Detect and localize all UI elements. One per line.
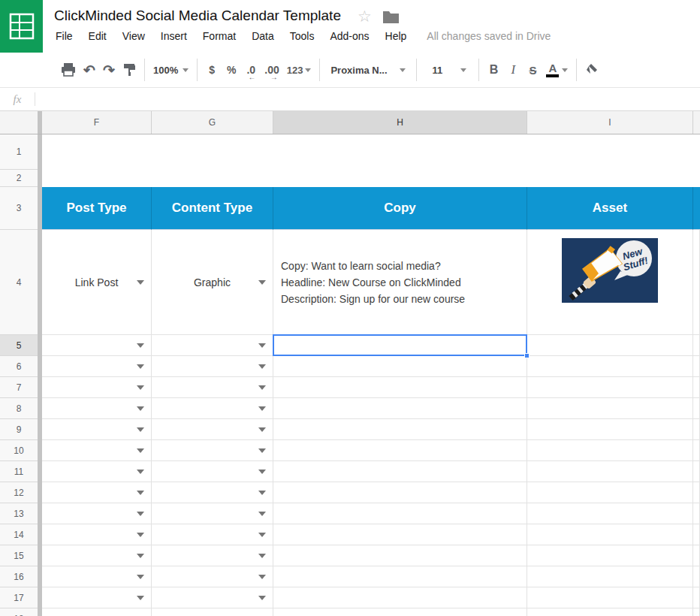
cell-post-type[interactable] — [42, 524, 152, 545]
cell-post-type[interactable] — [42, 587, 152, 608]
cell-overflow[interactable] — [693, 545, 700, 566]
cell-asset[interactable]: New Stuff! — [527, 230, 693, 335]
cell-content-type[interactable] — [152, 482, 273, 503]
cell-content-type[interactable] — [152, 335, 273, 356]
font-size-select[interactable]: 11 — [421, 57, 474, 83]
cell[interactable] — [527, 170, 693, 187]
cell-content-type[interactable] — [152, 503, 273, 524]
cell-overflow[interactable] — [693, 524, 700, 545]
dropdown-arrow-icon[interactable] — [258, 470, 266, 474]
decrease-decimal-button[interactable]: .0← — [241, 57, 261, 83]
cell-copy[interactable] — [273, 419, 527, 440]
cell-asset[interactable] — [527, 545, 693, 566]
cell-copy[interactable] — [273, 545, 527, 566]
row-header[interactable]: 5 — [0, 335, 38, 356]
select-all-corner[interactable] — [0, 111, 38, 134]
dropdown-arrow-icon[interactable] — [137, 575, 144, 579]
column-header-h[interactable]: H — [273, 111, 527, 134]
cell-asset[interactable] — [527, 335, 693, 356]
cell-overflow[interactable] — [693, 608, 700, 616]
row-header[interactable]: 15 — [0, 545, 38, 566]
cell-content-type[interactable] — [152, 356, 273, 377]
cell-overflow[interactable] — [693, 587, 700, 608]
cell-copy[interactable] — [273, 461, 527, 482]
cell-overflow[interactable] — [693, 503, 700, 524]
cell-asset[interactable] — [527, 608, 693, 616]
document-title[interactable]: ClickMinded Social Media Calendar Templa… — [54, 8, 341, 24]
row-header[interactable]: 4 — [0, 230, 38, 335]
header-cell-post-type[interactable]: Post Type — [42, 187, 152, 230]
cell-asset[interactable] — [527, 356, 693, 377]
dropdown-arrow-icon[interactable] — [258, 427, 266, 432]
menu-format[interactable]: Format — [203, 30, 236, 42]
row-header[interactable]: 14 — [0, 524, 38, 545]
cell-asset[interactable] — [527, 461, 693, 482]
header-cell-overflow[interactable] — [693, 187, 700, 230]
row-header[interactable]: 7 — [0, 377, 38, 398]
row-header[interactable]: 17 — [0, 587, 38, 608]
cell-post-type[interactable] — [42, 398, 152, 419]
folder-icon[interactable] — [382, 9, 400, 23]
cell-content-type[interactable] — [152, 545, 273, 566]
row-header[interactable]: 3 — [0, 187, 38, 230]
menu-tools[interactable]: Tools — [290, 30, 315, 42]
dropdown-arrow-icon[interactable] — [137, 280, 144, 285]
cell-asset[interactable] — [527, 566, 693, 587]
formula-input[interactable] — [35, 88, 700, 110]
menu-file[interactable]: File — [56, 30, 73, 42]
row-header[interactable]: 12 — [0, 482, 38, 503]
dropdown-arrow-icon[interactable] — [137, 533, 144, 537]
cell-content-type[interactable] — [152, 461, 273, 482]
redo-button[interactable]: ↷ — [99, 57, 119, 83]
dropdown-arrow-icon[interactable] — [258, 364, 266, 369]
bold-button[interactable]: B — [484, 57, 503, 83]
header-cell-asset[interactable]: Asset — [527, 187, 693, 230]
more-formats-button[interactable]: 123 — [283, 57, 315, 83]
cell-content-type[interactable] — [152, 440, 273, 461]
cell-post-type[interactable] — [42, 461, 152, 482]
cell-overflow[interactable] — [693, 398, 700, 419]
cell-overflow[interactable] — [693, 419, 700, 440]
cell-content-type[interactable]: Graphic — [152, 230, 273, 335]
cell-content-type[interactable] — [152, 608, 273, 616]
dropdown-arrow-icon[interactable] — [258, 575, 266, 579]
cell-copy[interactable] — [273, 503, 527, 524]
cell-copy[interactable] — [273, 608, 527, 616]
cell-copy[interactable] — [273, 335, 527, 356]
header-cell-copy[interactable]: Copy — [273, 187, 527, 230]
column-header-i[interactable]: I — [527, 111, 693, 134]
cell[interactable] — [152, 170, 273, 187]
row-header[interactable]: 1 — [0, 134, 38, 170]
cell-asset[interactable] — [527, 440, 693, 461]
column-header-f[interactable]: F — [42, 111, 152, 134]
cell-post-type[interactable] — [42, 335, 152, 356]
cell[interactable] — [693, 134, 700, 170]
dropdown-arrow-icon[interactable] — [258, 448, 266, 453]
cell-overflow[interactable] — [693, 566, 700, 587]
dropdown-arrow-icon[interactable] — [137, 406, 144, 411]
cell-copy[interactable] — [273, 482, 527, 503]
cell[interactable] — [527, 134, 693, 170]
cell-content-type[interactable] — [152, 524, 273, 545]
header-cell-content-type[interactable]: Content Type — [152, 187, 273, 230]
cell-post-type[interactable] — [42, 440, 152, 461]
dropdown-arrow-icon[interactable] — [137, 427, 144, 432]
row-header[interactable]: 18 — [0, 608, 38, 616]
strikethrough-button[interactable]: S — [523, 57, 542, 83]
cell-post-type[interactable] — [42, 356, 152, 377]
dropdown-arrow-icon[interactable] — [258, 491, 266, 495]
cell-content-type[interactable] — [152, 377, 273, 398]
dropdown-arrow-icon[interactable] — [258, 512, 266, 516]
cell-copy[interactable]: Copy: Want to learn social media? Headli… — [273, 230, 527, 335]
dropdown-arrow-icon[interactable] — [258, 343, 266, 348]
cell-post-type[interactable] — [42, 482, 152, 503]
zoom-select[interactable]: 100% — [149, 57, 192, 83]
dropdown-arrow-icon[interactable] — [137, 448, 144, 453]
cell-copy[interactable] — [273, 356, 527, 377]
cell-content-type[interactable] — [152, 587, 273, 608]
italic-button[interactable]: I — [503, 57, 523, 83]
paint-format-button[interactable] — [119, 57, 140, 83]
cell-post-type[interactable] — [42, 419, 152, 440]
cell-copy[interactable] — [273, 587, 527, 608]
asset-image-megaphone[interactable]: New Stuff! — [562, 238, 658, 303]
